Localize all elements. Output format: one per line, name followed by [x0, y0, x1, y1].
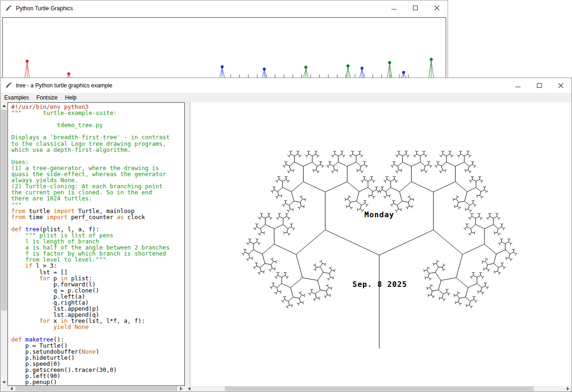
- bg-window-title: Python Turtle Graphics: [16, 5, 73, 12]
- tree-drawing: [190, 102, 572, 386]
- canvas-hscroll-thumb[interactable]: [225, 386, 534, 391]
- code-text: #!/usr/bin/env python3""" turtle-example…: [8, 103, 184, 386]
- fg-titlebar: tree - a Python turtle graphics example: [0, 78, 572, 93]
- vertical-scroll-thumb[interactable]: [1, 110, 7, 311]
- bg-close-button[interactable]: [426, 0, 448, 16]
- arrow-left-icon: [188, 387, 190, 391]
- canvas-text-sep-8-2025: Sep. 8 2025: [353, 280, 407, 289]
- menubar: Examples Fontsize Help: [0, 93, 572, 102]
- window-content: #!/usr/bin/env python3""" turtle-example…: [0, 102, 572, 392]
- arrow-right-icon: [567, 387, 569, 391]
- scroll-down-button[interactable]: [0, 379, 7, 386]
- scroll-right-button[interactable]: [178, 386, 185, 392]
- menu-examples[interactable]: Examples: [0, 93, 33, 102]
- bg-minimize-button[interactable]: [383, 0, 405, 16]
- source-code-pane[interactable]: #!/usr/bin/env python3""" turtle-example…: [7, 102, 185, 386]
- tree-demo-window: tree - a Python turtle graphics example …: [0, 78, 572, 392]
- arrow-right-icon: [180, 387, 182, 391]
- code-horizontal-scrollbar[interactable]: [8, 386, 185, 392]
- app-icon: [5, 82, 12, 89]
- arrow-up-icon: [2, 105, 6, 107]
- menu-help[interactable]: Help: [61, 93, 80, 102]
- scrollbar-corner: [0, 386, 8, 392]
- canvas-text-monday: Monday: [364, 210, 394, 219]
- bg-maximize-button[interactable]: [405, 0, 426, 16]
- scroll-left-button[interactable]: [186, 386, 193, 392]
- fg-window-title: tree - a Python turtle graphics example: [16, 82, 112, 89]
- arrow-down-icon: [2, 381, 6, 384]
- fractal-tree-path: [242, 151, 517, 349]
- fg-maximize-button[interactable]: [529, 78, 550, 93]
- fg-close-button[interactable]: [550, 78, 572, 93]
- bg-titlebar: Python Turtle Graphics: [0, 0, 448, 16]
- code-vertical-scrollbar[interactable]: [0, 102, 7, 386]
- pane-sash[interactable]: [185, 102, 190, 386]
- scroll-left-button[interactable]: [8, 386, 15, 392]
- app-icon: [5, 5, 12, 12]
- scroll-up-button[interactable]: [0, 102, 7, 109]
- scroll-right-button[interactable]: [565, 386, 572, 392]
- menu-fontsize[interactable]: Fontsize: [33, 93, 61, 102]
- fg-minimize-button[interactable]: [507, 78, 529, 93]
- code-hscroll-thumb[interactable]: [15, 386, 177, 391]
- turtle-canvas: MondaySep. 8 2025: [190, 102, 572, 386]
- arrow-left-icon: [10, 387, 13, 391]
- canvas-horizontal-scrollbar[interactable]: [186, 386, 572, 392]
